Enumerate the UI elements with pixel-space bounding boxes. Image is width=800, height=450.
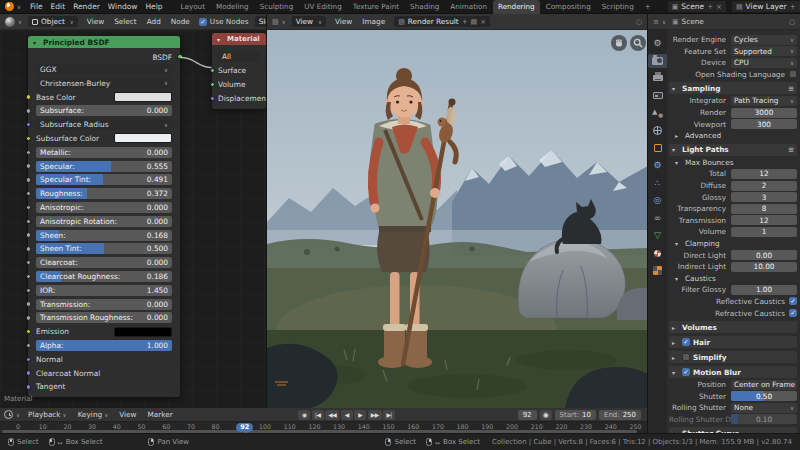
slider-transmission[interactable]: Transmission:0.000 bbox=[36, 299, 172, 310]
shader-menu-select[interactable]: Select bbox=[111, 17, 140, 26]
dropdown-position[interactable]: Center on Frame∨ bbox=[731, 380, 797, 390]
checkbox-open-shading-language[interactable] bbox=[789, 70, 797, 78]
editor-type-shader-icon[interactable]: ∨ bbox=[5, 17, 22, 27]
add-workspace-button[interactable]: + bbox=[640, 0, 656, 14]
field-glossy[interactable]: 3 bbox=[731, 192, 797, 202]
slider-sheen[interactable]: Sheen:0.168 bbox=[36, 230, 172, 241]
input-socket-anisotropic[interactable] bbox=[26, 205, 32, 211]
bsdf-row-sheen-tint[interactable]: Sheen Tint:0.500 bbox=[36, 243, 172, 254]
dropdown-christensen-burley[interactable]: Christensen-Burley∨ bbox=[36, 78, 172, 89]
open-image-icon[interactable]: ▤ bbox=[471, 18, 478, 26]
timeline-menu-view[interactable]: View bbox=[116, 410, 139, 419]
panel-header-hair[interactable]: ▸✓Hair bbox=[669, 336, 797, 348]
subpanel-caustics[interactable]: ▾Caustics bbox=[669, 273, 797, 283]
view-layer-selector[interactable]: ▤ View Layer + × bbox=[732, 1, 800, 12]
shader-node-editor[interactable]: ▾ Principled BSDF BSDF GGX∨Christensen-B… bbox=[0, 30, 267, 408]
workspace-tab-animation[interactable]: Animation bbox=[445, 0, 492, 14]
bsdf-row-subsurface-radius[interactable]: Subsurface Radius∨ bbox=[36, 119, 172, 130]
unlink-image-icon[interactable]: × bbox=[480, 18, 486, 26]
bsdf-row-tangent[interactable]: Tangent bbox=[36, 381, 172, 392]
image-mode-dropdown[interactable]: View ∨ bbox=[292, 16, 326, 27]
input-socket-specular[interactable] bbox=[26, 163, 32, 169]
current-frame-field[interactable]: 92 bbox=[518, 410, 537, 420]
material-output-node[interactable]: ▾ Material Out AllSurfaceVolumeDisplacem… bbox=[212, 33, 266, 109]
slider-ior[interactable]: IOR:1.450 bbox=[36, 285, 172, 296]
workspace-tab-scripting[interactable]: Scripting bbox=[597, 0, 639, 14]
field-total[interactable]: 12 bbox=[731, 169, 797, 179]
slider-specular[interactable]: Specular:0.555 bbox=[36, 161, 172, 172]
color-swatch-subsurface-color[interactable] bbox=[114, 133, 172, 143]
properties-tab-tool[interactable]: ⚙ bbox=[648, 36, 667, 50]
previous-keyframe-button[interactable]: ◀◀ bbox=[325, 410, 339, 420]
timeline-menu-playback[interactable]: Playback∨ bbox=[25, 410, 70, 419]
use-nodes-toggle[interactable]: ✓ Use Nodes bbox=[199, 17, 249, 26]
field-viewport[interactable]: 300 bbox=[731, 119, 797, 129]
slider-rolling-shutter-dur[interactable]: 0.10 bbox=[731, 414, 797, 424]
image-menu-view[interactable]: View bbox=[332, 17, 355, 26]
shader-menu-add[interactable]: Add bbox=[144, 17, 164, 26]
bsdf-row-roughness[interactable]: Roughness:0.372 bbox=[36, 188, 172, 199]
input-socket-subsurface-radius[interactable] bbox=[26, 122, 32, 128]
bsdf-row-subsurface[interactable]: Subsurface:0.000 bbox=[36, 105, 172, 116]
shader-mode-dropdown[interactable]: Object ∨ bbox=[28, 16, 78, 27]
bsdf-row-christensen-burley[interactable]: Christensen-Burley∨ bbox=[36, 78, 172, 89]
slider-sheen-tint[interactable]: Sheen Tint:0.500 bbox=[36, 243, 172, 254]
slider-metallic[interactable]: Metallic:0.000 bbox=[36, 147, 172, 158]
editor-type-timeline-icon[interactable]: ∨ bbox=[4, 410, 20, 419]
input-socket-clearcoat-roughness[interactable] bbox=[26, 274, 32, 280]
properties-tab-constraints[interactable]: ∞ bbox=[648, 211, 667, 225]
auto-keying-button[interactable]: ◉ bbox=[298, 410, 310, 420]
menu-render[interactable]: Render bbox=[70, 2, 103, 11]
input-socket-transmission-roughness[interactable] bbox=[26, 315, 32, 321]
properties-tab-texture[interactable] bbox=[648, 264, 667, 278]
input-socket-volume[interactable] bbox=[210, 82, 216, 88]
slider-transmission-roughness[interactable]: Transmission Roughness:0.000 bbox=[36, 312, 172, 323]
input-socket-subsurface[interactable] bbox=[26, 108, 32, 114]
properties-tab-physics[interactable]: ◎ bbox=[648, 194, 667, 208]
slot-dropdown[interactable]: Slot 1 ∨ bbox=[255, 16, 267, 27]
input-socket-surface[interactable] bbox=[210, 68, 216, 74]
input-socket-base-color[interactable] bbox=[26, 94, 32, 100]
color-swatch-base-color[interactable] bbox=[114, 92, 172, 102]
subpanel-clamping[interactable]: ▾Clamping bbox=[669, 239, 797, 249]
input-socket-sheen[interactable] bbox=[26, 232, 32, 238]
output-input-displacement[interactable]: Displacement bbox=[218, 93, 260, 104]
bsdf-row-clearcoat-normal[interactable]: Clearcoat Normal bbox=[36, 368, 172, 379]
field-diffuse[interactable]: 2 bbox=[731, 181, 797, 191]
input-socket-alpha[interactable] bbox=[26, 343, 32, 349]
bsdf-row-sheen[interactable]: Sheen:0.168 bbox=[36, 230, 172, 241]
output-target-dropdown[interactable]: All bbox=[218, 51, 260, 62]
output-input-volume[interactable]: Volume bbox=[218, 79, 260, 90]
menu-help[interactable]: Help bbox=[142, 2, 165, 11]
input-socket-transmission[interactable] bbox=[26, 301, 32, 307]
end-frame-field[interactable]: End:250 bbox=[599, 410, 641, 420]
shader-menu-view[interactable]: View bbox=[84, 17, 107, 26]
bsdf-row-anisotropic-rotation[interactable]: Anisotropic Rotation:0.000 bbox=[36, 216, 172, 227]
principled-bsdf-node-header[interactable]: ▾ Principled BSDF bbox=[28, 36, 180, 48]
bsdf-row-clearcoat[interactable]: Clearcoat:0.000 bbox=[36, 257, 172, 268]
slider-clearcoat-roughness[interactable]: Clearcoat Roughness:0.186 bbox=[36, 271, 172, 282]
current-frame-badge[interactable]: 92 bbox=[236, 423, 253, 433]
input-socket-roughness[interactable] bbox=[26, 191, 32, 197]
bsdf-row-transmission-roughness[interactable]: Transmission Roughness:0.000 bbox=[36, 312, 172, 323]
input-socket-subsurface-color[interactable] bbox=[26, 136, 32, 142]
bsdf-row-emission[interactable]: Emission bbox=[36, 326, 172, 337]
play-button[interactable]: ▶ bbox=[354, 410, 366, 420]
image-menu-image[interactable]: Image bbox=[359, 17, 388, 26]
properties-tab-render[interactable] bbox=[648, 54, 667, 68]
checkbox-simplify[interactable] bbox=[682, 353, 690, 361]
properties-tab-particles[interactable]: ∴ bbox=[648, 176, 667, 190]
properties-tab-world[interactable] bbox=[648, 124, 667, 138]
principled-bsdf-node[interactable]: ▾ Principled BSDF BSDF GGX∨Christensen-B… bbox=[28, 36, 180, 397]
timeline-menu-marker[interactable]: Marker bbox=[145, 410, 176, 419]
input-socket-clearcoat-normal[interactable] bbox=[26, 370, 32, 376]
pin-properties-icon[interactable]: ○ bbox=[789, 18, 795, 26]
slider-clearcoat[interactable]: Clearcoat:0.000 bbox=[36, 257, 172, 268]
new-scene-icon[interactable]: + bbox=[707, 3, 713, 11]
zoom-gizmo[interactable] bbox=[630, 35, 646, 51]
scene-selector[interactable]: ▣ Scene + × bbox=[668, 1, 726, 12]
play-reverse-button[interactable]: ◀ bbox=[341, 410, 353, 420]
field-direct-light[interactable]: 0.00 bbox=[731, 250, 797, 260]
workspace-tab-rendering[interactable]: Rendering bbox=[493, 0, 540, 14]
next-keyframe-button[interactable]: ▶▶ bbox=[368, 410, 382, 420]
